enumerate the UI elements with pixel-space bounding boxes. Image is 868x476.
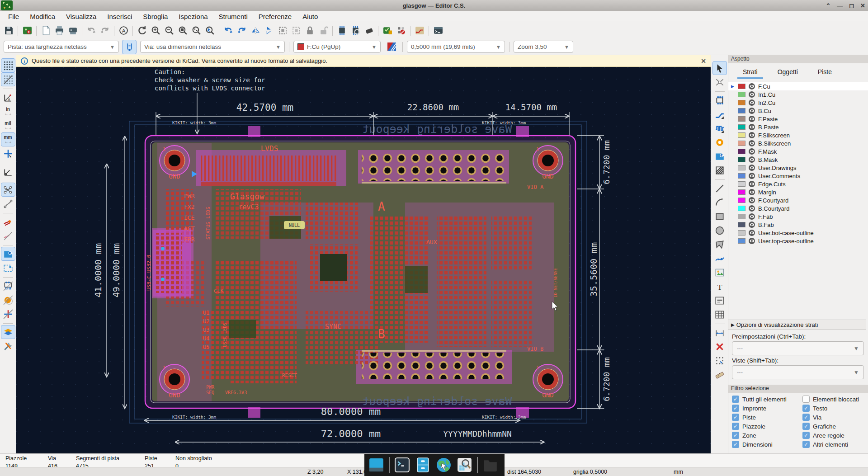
- footprint-editor-button[interactable]: [335, 24, 349, 38]
- visibility-eye-icon[interactable]: [749, 230, 755, 236]
- pcb-canvas[interactable]: NULL GND 1 GND 1 GND 1 GND 1: [16, 67, 711, 453]
- visibility-eye-icon[interactable]: [749, 189, 755, 195]
- delete-items-button[interactable]: [362, 24, 376, 38]
- save-button[interactable]: [2, 24, 15, 38]
- filter-graphics[interactable]: ✓Grafiche: [802, 423, 836, 430]
- visibility-eye-icon[interactable]: [749, 173, 755, 179]
- curved-ratsnest-toggle[interactable]: [1, 197, 15, 210]
- layer-row[interactable]: ▶User.bot-case-outline: [728, 229, 868, 237]
- layer-row[interactable]: ▶F.Cu: [728, 82, 868, 90]
- net-color-mode-toggle[interactable]: [1, 229, 15, 242]
- draw-circle-tool[interactable]: [713, 224, 726, 237]
- visibility-eye-icon[interactable]: [749, 181, 755, 187]
- layer-row[interactable]: ▶B.Mask: [728, 156, 868, 164]
- visibility-eye-icon[interactable]: [749, 238, 755, 244]
- grid-override-toggle[interactable]: [1, 73, 15, 86]
- filter-rule-areas[interactable]: ✓Aree regole: [802, 432, 844, 439]
- dock-terminal-icon[interactable]: [394, 457, 410, 473]
- layer-row[interactable]: ▶B.Cu: [728, 107, 868, 115]
- update-pcb-from-schematic-button[interactable]: [381, 24, 394, 38]
- zones-filled-toggle[interactable]: [1, 247, 15, 260]
- header-bottom[interactable]: [362, 353, 506, 379]
- print-button[interactable]: [52, 24, 66, 38]
- board-setup-button[interactable]: [20, 24, 34, 38]
- unlock-button[interactable]: [316, 24, 330, 38]
- presets-select[interactable]: ---▼: [732, 341, 864, 355]
- measure-tool[interactable]: [713, 368, 726, 381]
- visibility-eye-icon[interactable]: [749, 124, 755, 130]
- dock-browser-icon[interactable]: [435, 457, 452, 473]
- footprint-browser-button[interactable]: [349, 24, 362, 38]
- filter-text[interactable]: ✓Testo: [802, 405, 827, 412]
- refresh-button[interactable]: [135, 24, 149, 38]
- add-rule-area-tool[interactable]: [713, 164, 726, 177]
- high-contrast-mode-toggle[interactable]: [1, 325, 15, 339]
- redo-button[interactable]: [98, 24, 112, 38]
- ungroup-button[interactable]: [289, 24, 303, 38]
- layer-row[interactable]: ▶F.Fab: [728, 212, 868, 221]
- visibility-eye-icon[interactable]: [749, 165, 755, 171]
- draw-line-tool[interactable]: [713, 182, 726, 195]
- visibility-eye-icon[interactable]: [749, 83, 755, 90]
- header-top-right[interactable]: [362, 153, 506, 181]
- units-mm-button[interactable]: mm←→: [1, 133, 15, 146]
- properties-panel-toggle[interactable]: [1, 339, 15, 353]
- active-layer-select[interactable]: F.Cu (PgUp)▼: [293, 41, 381, 53]
- auto-track-width-toggle[interactable]: [123, 40, 136, 54]
- layer-row[interactable]: ▶F.Silkscreen: [728, 131, 868, 139]
- tune-length-tool[interactable]: [713, 122, 726, 135]
- menu-strumenti[interactable]: Strumenti: [214, 12, 252, 21]
- filter-other-items[interactable]: ✓Altri elementi: [802, 441, 848, 448]
- interactive-router-settings-button[interactable]: [413, 24, 426, 38]
- net-highlight-toggle[interactable]: [1, 215, 15, 228]
- layer-row[interactable]: ▶User.Drawings: [728, 164, 868, 172]
- visibility-eye-icon[interactable]: [749, 91, 755, 98]
- lock-button[interactable]: [303, 24, 316, 38]
- track-width-select[interactable]: Pista: usa larghezza netclass▼: [4, 41, 119, 53]
- tab-strati[interactable]: Strati: [735, 66, 766, 79]
- flip-horizontal-button[interactable]: [249, 24, 262, 38]
- grid-visibility-toggle[interactable]: [1, 59, 15, 72]
- dock-search-icon[interactable]: [456, 457, 473, 473]
- layer-row[interactable]: ▶F.Courtyard: [728, 196, 868, 204]
- route-tracks-tool[interactable]: [713, 108, 726, 121]
- units-inches-button[interactable]: in←→: [1, 105, 15, 118]
- sketch-pads-toggle[interactable]: [1, 293, 15, 306]
- menu-visualizza[interactable]: Visualizza: [61, 12, 101, 21]
- rotate-cw-button[interactable]: [235, 24, 249, 38]
- undo-button[interactable]: [85, 24, 98, 38]
- zoom-auto-button[interactable]: [117, 24, 130, 38]
- add-table-tool[interactable]: [713, 308, 726, 321]
- polar-coordinates-toggle[interactable]: [1, 91, 15, 104]
- visibility-eye-icon[interactable]: [749, 108, 755, 114]
- layer-row[interactable]: ▶B.Paste: [728, 123, 868, 131]
- sketch-tracks-toggle[interactable]: [1, 307, 15, 320]
- menu-inserisci[interactable]: Inserisci: [103, 12, 137, 21]
- menu-file[interactable]: File: [4, 12, 24, 21]
- layer-pair-indicator[interactable]: [385, 40, 398, 54]
- zoom-fit-objects-button[interactable]: [189, 24, 203, 38]
- visibility-eye-icon[interactable]: [749, 197, 755, 203]
- units-mils-button[interactable]: mil←→: [1, 119, 15, 132]
- zoom-level-select[interactable]: Zoom 3,50▼: [514, 41, 573, 53]
- infobar-close-icon[interactable]: ✕: [701, 57, 706, 65]
- filter-all-items[interactable]: ✓Tutti gli elementi: [732, 396, 787, 403]
- pcb-board[interactable]: NULL GND 1 GND 1 GND 1 GND 1: [145, 123, 576, 418]
- ratsnest-visibility-toggle[interactable]: [1, 183, 15, 196]
- zoom-fit-page-button[interactable]: [176, 24, 189, 38]
- layer-row[interactable]: ▶Edge.Cuts: [728, 180, 868, 188]
- visibility-eye-icon[interactable]: [749, 148, 755, 155]
- menu-modifica[interactable]: Modifica: [25, 12, 60, 21]
- filter-locked-items[interactable]: Elementi bloccati: [802, 396, 859, 403]
- tab-oggetti[interactable]: Oggetti: [769, 66, 806, 79]
- filter-tracks[interactable]: ✓Piste: [732, 414, 756, 421]
- add-image-tool[interactable]: [713, 266, 726, 279]
- add-footprint-tool[interactable]: [713, 94, 726, 107]
- scripting-console-button[interactable]: [431, 24, 445, 38]
- layer-row[interactable]: ▶Margin: [728, 188, 868, 196]
- close-button[interactable]: ✕: [860, 2, 865, 9]
- add-textbox-tool[interactable]: [713, 294, 726, 307]
- add-dimension-tool[interactable]: [713, 326, 726, 339]
- shade-window-button[interactable]: ⌃: [826, 2, 830, 9]
- titlebar[interactable]: glasgow — Editor C.S. ⌃ — ◻ ✕: [0, 0, 868, 11]
